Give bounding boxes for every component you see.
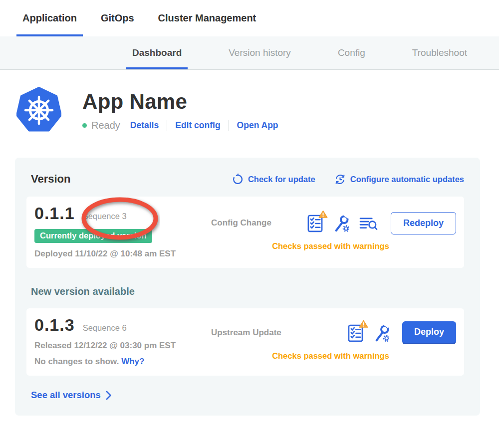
available-version-info: 0.1.3 Sequence 6 Released 12/12/22 @ 03:… (34, 315, 205, 367)
status-dot-icon (82, 123, 87, 128)
warning-icon (359, 320, 368, 330)
nav-tab-application[interactable]: Application (16, 0, 83, 36)
version-card: Version Check for update (15, 158, 480, 416)
available-version-icons (348, 324, 389, 342)
available-version-row: 0.1.3 Sequence 6 Released 12/12/22 @ 03:… (26, 308, 464, 376)
deployed-version-sequence: Sequence 3 (83, 212, 127, 221)
configure-automatic-updates-label: Configure automatic updates (350, 175, 464, 184)
open-app-link[interactable]: Open App (237, 120, 278, 131)
tab-version-history[interactable]: Version history (223, 36, 297, 69)
deployed-checks-status: Checks passed with warnings (205, 241, 456, 251)
new-version-banner: New version available (31, 286, 464, 297)
nav-tab-gitops[interactable]: GitOps (95, 0, 140, 36)
see-all-versions-link[interactable]: See all versions (31, 390, 112, 401)
redeploy-button[interactable]: Redeploy (391, 212, 456, 234)
warning-icon (318, 210, 328, 221)
no-changes-note: No changes to show. Why? (34, 357, 205, 367)
deployed-source-label: Config Change (211, 218, 271, 228)
available-source-label: Upstream Update (211, 328, 281, 338)
deployed-timestamp: Deployed 11/10/22 @ 10:48 am EST (34, 249, 205, 259)
app-status: Ready (91, 120, 120, 131)
app-header-text: App Name Ready Details Edit config Open … (82, 86, 278, 134)
version-actions: Check for update Configure automatic upd… (232, 174, 464, 185)
deployed-version-row: 0.1.1 Sequence 3 Currently deployed vers… (26, 197, 464, 268)
available-version-number: 0.1.3 (34, 315, 75, 335)
chevron-right-icon (106, 391, 112, 400)
app-title: App Name (82, 90, 278, 114)
edit-config-link[interactable]: Edit config (175, 120, 220, 131)
nav-tab-cluster-management[interactable]: Cluster Management (152, 0, 262, 36)
deployed-version-icons (307, 214, 378, 232)
refresh-icon (232, 174, 244, 185)
preflight-checks-icon[interactable] (348, 324, 363, 342)
scheduled-update-icon (334, 174, 346, 185)
edit-config-wrench-icon[interactable] (333, 214, 349, 232)
kubernetes-logo (16, 87, 61, 134)
tab-dashboard[interactable]: Dashboard (126, 36, 188, 69)
divider (167, 120, 167, 131)
available-timestamp: Released 12/12/22 @ 03:30 pm EST (34, 341, 205, 351)
deployed-version-info: 0.1.1 Sequence 3 Currently deployed vers… (34, 204, 205, 259)
tab-config[interactable]: Config (332, 36, 371, 69)
currently-deployed-badge: Currently deployed version (34, 229, 152, 243)
details-link[interactable]: Details (130, 120, 159, 131)
check-for-update-link[interactable]: Check for update (232, 174, 315, 185)
app-subnav: Dashboard Version history Config Trouble… (0, 36, 499, 70)
no-changes-text: No changes to show. (34, 357, 119, 366)
deploy-button[interactable]: Deploy (402, 321, 456, 344)
deployed-version-status: Config Change (205, 204, 456, 259)
available-checks-status: Checks passed with warnings (205, 351, 456, 361)
check-for-update-label: Check for update (248, 175, 315, 184)
why-link[interactable]: Why? (121, 357, 144, 366)
see-all-versions-label: See all versions (31, 390, 101, 401)
version-title: Version (31, 173, 70, 186)
available-version-status: Upstream Update (205, 315, 456, 367)
deployed-version-number: 0.1.1 (34, 204, 75, 223)
view-diff-icon[interactable] (359, 216, 378, 231)
preflight-checks-icon[interactable] (307, 214, 323, 232)
edit-config-wrench-icon[interactable] (374, 324, 389, 342)
configure-automatic-updates-link[interactable]: Configure automatic updates (334, 174, 464, 185)
available-version-sequence: Sequence 6 (83, 323, 127, 333)
version-card-header: Version Check for update (26, 173, 464, 186)
primary-nav: Application GitOps Cluster Management (0, 0, 499, 36)
divider (229, 120, 229, 131)
tab-troubleshoot[interactable]: Troubleshoot (406, 36, 473, 69)
app-status-row: Ready Details Edit config Open App (82, 120, 278, 131)
app-header: App Name Ready Details Edit config Open … (16, 86, 499, 134)
